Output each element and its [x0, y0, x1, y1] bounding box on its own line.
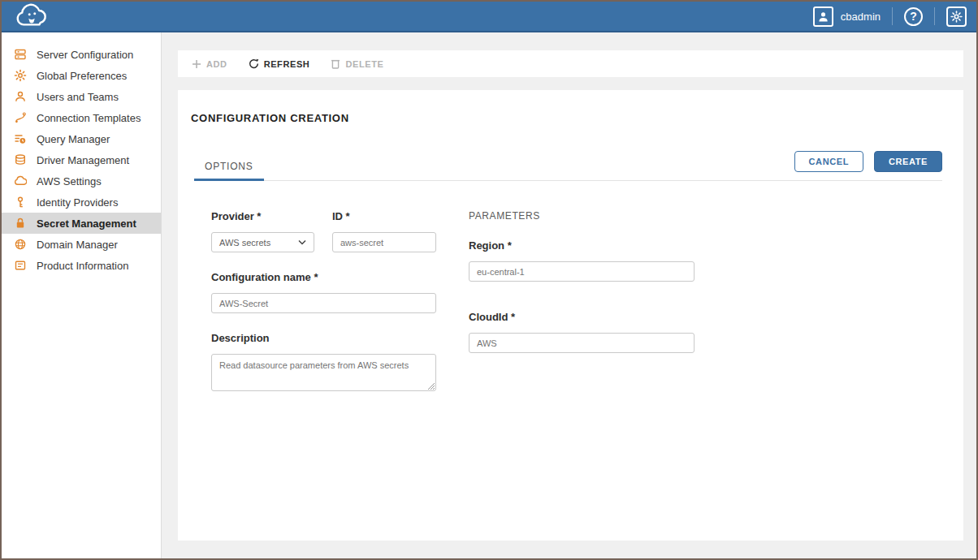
header-divider — [892, 7, 893, 25]
lock-icon — [13, 217, 27, 230]
sidebar-item-label: Secret Management — [37, 218, 136, 230]
refresh-icon — [249, 58, 259, 69]
provider-select[interactable]: AWS secrets — [211, 232, 314, 252]
globe-icon — [13, 238, 27, 252]
sidebar-item-secret-management[interactable]: Secret Management — [2, 213, 161, 234]
sidebar-item-driver-management[interactable]: Driver Management — [2, 149, 161, 170]
sidebar-item-aws-settings[interactable]: AWS Settings — [2, 170, 161, 192]
delete-button[interactable]: DELETE — [331, 58, 383, 69]
configuration-form: Provider * AWS secrets ID * — [211, 210, 963, 391]
sidebar-item-identity-providers[interactable]: Identity Providers — [2, 192, 161, 213]
user-menu[interactable]: cbadmin — [813, 6, 881, 27]
sidebar-item-label: Domain Manager — [37, 239, 118, 251]
sidebar-item-label: Users and Teams — [37, 91, 119, 103]
username-label: cbadmin — [841, 11, 881, 23]
description-field[interactable]: Read datasource parameters from AWS secr… — [211, 354, 436, 391]
sidebar-item-label: Identity Providers — [37, 196, 118, 209]
sidebar-item-label: Driver Management — [37, 154, 129, 166]
sidebar-item-label: Global Preferences — [37, 70, 127, 82]
help-icon[interactable]: ? — [904, 7, 923, 26]
top-header: cbadmin ? — [2, 2, 976, 32]
chevron-down-icon — [298, 239, 306, 245]
admin-sidebar: Server Configuration Global Preferences … — [2, 32, 162, 558]
sidebar-item-server-configuration[interactable]: Server Configuration — [2, 44, 161, 65]
main-area: ADD REFRESH DELETE CONFIGURATION CREATIO… — [162, 32, 976, 558]
key-icon — [13, 196, 27, 209]
sidebar-item-label: Server Configuration — [37, 49, 133, 61]
avatar-icon — [813, 6, 833, 27]
app-window: cbadmin ? — [0, 0, 978, 560]
panel-title: CONFIGURATION CREATION — [178, 90, 963, 124]
configuration-name-label: Configuration name * — [211, 271, 436, 283]
sidebar-item-query-manager[interactable]: Query Manager — [2, 128, 161, 149]
cloudbeaver-logo — [13, 3, 50, 29]
cloudid-field[interactable] — [469, 333, 695, 353]
add-label: ADD — [206, 59, 227, 69]
sidebar-item-global-preferences[interactable]: Global Preferences — [2, 65, 161, 86]
id-label: ID * — [332, 210, 436, 222]
sidebar-item-users-and-teams[interactable]: Users and Teams — [2, 86, 161, 107]
provider-label: Provider * — [211, 210, 314, 222]
sidebar-item-connection-templates[interactable]: Connection Templates — [2, 107, 161, 128]
database-icon — [13, 153, 27, 167]
sidebar-item-label: AWS Settings — [37, 175, 102, 187]
user-icon — [13, 90, 27, 104]
sidebar-item-label: Product Information — [37, 260, 128, 272]
cloudbeaver-cloud-icon — [13, 3, 50, 29]
server-icon — [13, 48, 27, 62]
info-card-icon — [13, 259, 27, 273]
create-button[interactable]: CREATE — [874, 151, 942, 172]
tab-options[interactable]: OPTIONS — [194, 161, 264, 181]
settings-icon[interactable] — [946, 6, 967, 27]
sidebar-item-domain-manager[interactable]: Domain Manager — [2, 234, 161, 255]
cloudid-label: CloudId * — [469, 311, 695, 323]
plus-icon — [192, 59, 201, 69]
id-field[interactable] — [332, 232, 436, 252]
description-label: Description — [211, 332, 436, 344]
delete-label: DELETE — [345, 59, 383, 69]
toolbar: ADD REFRESH DELETE — [178, 50, 963, 77]
refresh-button[interactable]: REFRESH — [249, 58, 310, 69]
query-log-icon — [13, 132, 27, 146]
add-button[interactable]: ADD — [192, 59, 227, 69]
configuration-creation-panel: CONFIGURATION CREATION CANCEL CREATE OPT… — [178, 90, 963, 541]
refresh-label: REFRESH — [264, 59, 310, 69]
cloud-icon — [13, 174, 27, 188]
configuration-name-field[interactable] — [211, 293, 436, 313]
parameters-section-title: PARAMETERS — [469, 210, 695, 222]
region-label: Region * — [469, 239, 695, 252]
sidebar-item-product-information[interactable]: Product Information — [2, 255, 161, 276]
gear-icon — [13, 69, 27, 83]
cancel-button[interactable]: CANCEL — [794, 151, 863, 172]
connection-flow-icon — [13, 111, 27, 125]
provider-value: AWS secrets — [219, 238, 270, 248]
sidebar-item-label: Connection Templates — [37, 112, 141, 124]
trash-icon — [331, 58, 340, 69]
sidebar-item-label: Query Manager — [37, 133, 110, 145]
region-field[interactable] — [469, 261, 695, 282]
header-divider — [934, 7, 935, 25]
